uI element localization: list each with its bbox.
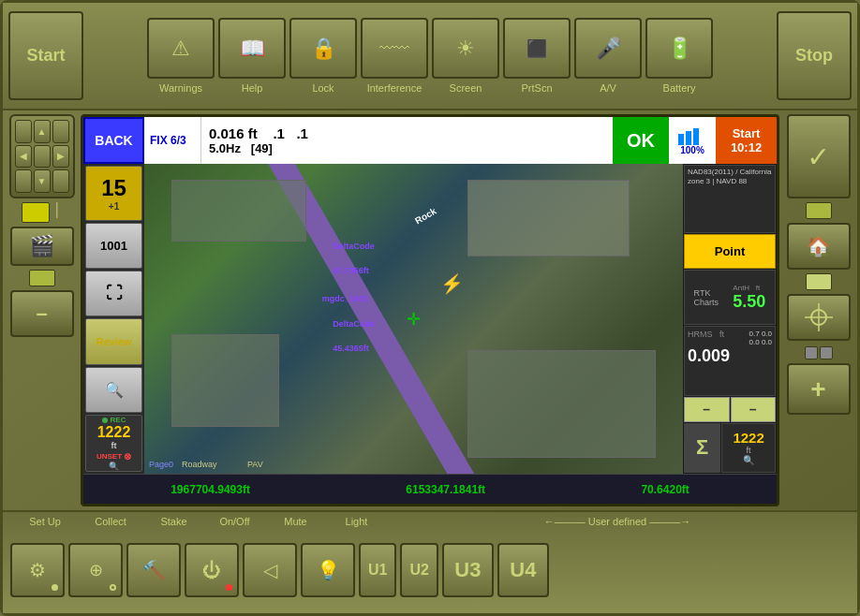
u3-button[interactable]: U3 [442, 543, 494, 597]
stake-button[interactable]: 🔨 [126, 543, 181, 597]
av-button[interactable]: 🎤 [574, 18, 642, 79]
map-area: 15 +1 1001 ⛶ Review 🔍 [83, 164, 777, 474]
hrms-box: HRMS ft 0.7 0.00.0 0.0 0.009 [684, 326, 776, 396]
left-small-btn-1[interactable] [22, 202, 50, 223]
monitor-icon: ⬛ [526, 38, 547, 59]
sum-value: 1222 [733, 430, 764, 446]
num-ft-button[interactable]: REC 1222 ft UNSET ⊗ 🔍 [85, 415, 142, 472]
interference-button[interactable]: 〰〰 [361, 18, 428, 79]
nav-info-box: NAD83(2011) / California zone 3 | NAVD 8… [684, 165, 776, 233]
minus-left-button[interactable]: – [10, 290, 74, 337]
av-label: A/V [574, 82, 642, 94]
map-canvas[interactable]: Rock DeltaCode 47.7366ft mgdc_1001 Delta… [144, 164, 683, 474]
start-time-label: Start [733, 126, 761, 140]
help-button[interactable]: 📖 [218, 18, 286, 79]
zoom-icon-right: 🔍 [743, 455, 754, 465]
interference-icon: 〰〰 [379, 40, 409, 57]
num1001-button[interactable]: 1001 [85, 223, 142, 269]
mute-label: Mute [265, 516, 326, 527]
crosshair-button[interactable] [787, 294, 851, 341]
warning-icon: ⚠ [171, 37, 190, 61]
nav-up-right[interactable] [52, 120, 69, 143]
collect-dot [110, 584, 116, 591]
check-button[interactable]: ✓ [787, 114, 851, 198]
nav-down-left[interactable] [15, 169, 32, 193]
collect-button[interactable]: ⊕ [68, 543, 123, 597]
home-icon: 🏠 [807, 235, 830, 257]
minus-btn-2[interactable]: – [731, 397, 777, 422]
nav-down-right[interactable] [52, 169, 69, 193]
battery-icon-toolbar: 🔋 [667, 37, 692, 61]
mic-icon: 🎤 [596, 37, 621, 61]
plus-right-icon: + [810, 374, 825, 404]
light-button[interactable]: 💡 [301, 543, 355, 597]
sum-button[interactable]: Σ [684, 423, 720, 473]
foot-unit: ft [111, 441, 117, 450]
home-button[interactable]: 🏠 [787, 223, 851, 270]
screen-button[interactable]: ☀ [432, 18, 499, 79]
start-button[interactable]: Start [8, 11, 83, 100]
search-icon: 🔍 [105, 381, 124, 399]
check-icon: ✓ [807, 140, 830, 173]
point-button[interactable]: Point [684, 234, 776, 270]
expand-button[interactable]: ⛶ [85, 271, 142, 316]
num15-button[interactable]: 15 +1 [85, 166, 142, 221]
back-button[interactable]: BACK [83, 117, 144, 164]
prtscn-button[interactable]: ⬛ [503, 18, 571, 79]
sum-num-row: Σ 1222 ft 🔍 [684, 423, 776, 473]
vrms-values: 0.7 0.00.0 0.0 [749, 330, 772, 346]
u1-button[interactable]: U1 [359, 543, 396, 597]
start-time-button[interactable]: Start 10:12 [716, 117, 777, 164]
u4-button[interactable]: U4 [497, 543, 549, 597]
map-overlay-3: mgdc_1001 [322, 294, 368, 303]
help-label: Help [218, 82, 286, 94]
lock-button[interactable]: 🔒 [289, 18, 357, 79]
review-button[interactable]: Review [85, 318, 142, 364]
fix-label: FIX 6/3 [150, 134, 195, 147]
left-controls: ▲ ◀ ▶ ▼ │ 🎬 – [7, 114, 77, 506]
device: Start ⚠ 📖 🔒 〰〰 ☀ [0, 0, 860, 616]
right-indicator-1 [806, 202, 832, 219]
minus-btn-1[interactable]: – [684, 397, 730, 422]
right-controls: ✓ 🏠 + [783, 114, 853, 506]
hrms-value: 0.009 [688, 346, 772, 366]
yellow-num-box: 1222 ft 🔍 [721, 423, 776, 473]
warnings-label: Warnings [147, 82, 215, 94]
nav-right[interactable]: ▶ [52, 145, 69, 169]
nav-center[interactable] [34, 145, 51, 169]
lamp-icon: 💡 [317, 559, 340, 581]
nav-down[interactable]: ▼ [34, 169, 51, 193]
road-name: Rock [412, 205, 437, 226]
nav-up[interactable]: ▲ [34, 120, 51, 143]
roadway-label: Roadway [182, 460, 217, 469]
left-indicator-2 [29, 270, 55, 286]
freq-bracket: 5.0Hz [49] [209, 141, 605, 155]
film-button[interactable]: 🎬 [10, 227, 74, 266]
setup-button[interactable]: ⚙ [10, 543, 65, 597]
map-building-3 [171, 334, 279, 427]
battery-label: Battery [645, 82, 713, 94]
plus-right-button[interactable]: + [787, 363, 851, 415]
stop-button[interactable]: Stop [777, 11, 852, 100]
display-top-bar: BACK FIX 6/3 0.016 ft .1 .1 [83, 117, 777, 164]
battery-button[interactable]: 🔋 [645, 18, 713, 79]
bottom-icons-row: ⚙ ⊕ 🔨 ⏻ ◁ 💡 [3, 527, 857, 613]
charts-label: Charts [694, 298, 719, 307]
lock-label: Lock [289, 82, 357, 94]
warnings-button[interactable]: ⚠ [147, 18, 215, 79]
crosshair-icon [805, 303, 833, 331]
hrms-label: HRMS [688, 330, 713, 339]
coord-bar: 1967704.9493ft 6153347.1841ft 70.6420ft [83, 474, 777, 504]
nav-left[interactable]: ◀ [15, 145, 32, 169]
u2-button[interactable]: U2 [400, 543, 437, 597]
svg-rect-2 [693, 128, 699, 145]
bottom-labels: Set Up Collect Stake On/Off Mute Light ←… [3, 512, 857, 527]
onoff-button[interactable]: ⏻ [185, 543, 239, 597]
mute-button[interactable]: ◁ [243, 543, 297, 597]
measurement-info: 0.016 ft .1 .1 5.0Hz [49] [200, 117, 613, 164]
power-icon: ⏻ [202, 560, 221, 581]
search-button[interactable]: 🔍 [85, 367, 142, 413]
ant-h-box: RTK Charts [694, 288, 719, 307]
left-indicator: │ [53, 202, 62, 223]
nav-up-left[interactable] [15, 120, 32, 143]
